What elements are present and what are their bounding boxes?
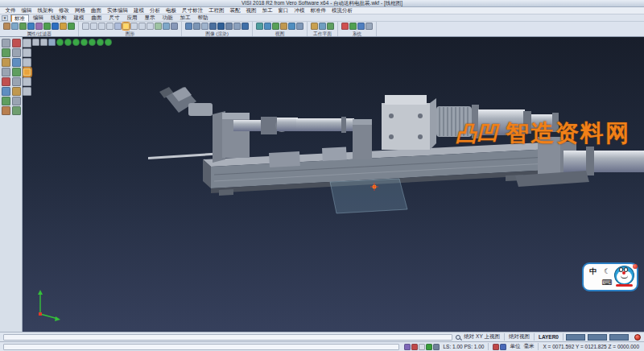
render-hidden-line-icon[interactable]: [201, 23, 208, 30]
menu-item-0[interactable]: 文件: [2, 7, 19, 14]
tool-icon-10[interactable]: [12, 77, 21, 86]
render-dynamic-icon[interactable]: [209, 23, 217, 30]
menu-item-18[interactable]: 模流分析: [329, 7, 356, 14]
tool-icon-7[interactable]: [2, 68, 10, 76]
tool-icon-1[interactable]: [2, 39, 10, 47]
tool-icon-6[interactable]: [12, 58, 21, 67]
layer-manager-icon[interactable]: [19, 23, 27, 30]
graphics-icon-7[interactable]: [130, 23, 138, 30]
ribbon-overflow-button[interactable]: ▾: [2, 15, 8, 21]
ribbon-tab-5[interactable]: 尺寸: [106, 14, 123, 22]
tool-icon-15[interactable]: [2, 106, 10, 115]
ribbon-tab-8[interactable]: 功能: [159, 14, 176, 22]
graphics-icon-12[interactable]: [171, 23, 178, 30]
menu-item-15[interactable]: 窗口: [275, 7, 291, 14]
attribute-painter-icon[interactable]: [11, 23, 19, 30]
graphics-icon-2[interactable]: [90, 23, 97, 30]
menu-item-4[interactable]: 网格: [72, 7, 89, 14]
color-palette-icon[interactable]: [341, 23, 349, 30]
tool-icon-11[interactable]: [2, 87, 10, 96]
graphics-icon-5[interactable]: [114, 23, 122, 30]
units-value[interactable]: 毫米: [522, 343, 535, 350]
render-light-icon[interactable]: [242, 23, 249, 30]
render-shaded-icon[interactable]: [185, 23, 192, 30]
view-ref-button[interactable]: 绝对视图: [507, 333, 531, 341]
magnet-snap-icon[interactable]: [60, 23, 67, 30]
status-ball[interactable]: [634, 334, 641, 341]
screen-icon[interactable]: [365, 23, 373, 30]
tool-icon-16[interactable]: [12, 106, 21, 115]
tool-icon-14[interactable]: [12, 97, 21, 105]
ribbon-tab-9[interactable]: 加工: [177, 14, 194, 22]
menu-item-12[interactable]: 装配: [227, 7, 243, 14]
menu-item-16[interactable]: 冲模: [291, 7, 308, 14]
workplane-create-icon[interactable]: [311, 23, 318, 30]
cad-model[interactable]: [23, 37, 644, 332]
moon-icon[interactable]: ☾: [604, 267, 610, 275]
tool-icon-9[interactable]: [2, 77, 10, 86]
view-mode-button[interactable]: 绝对 XY 上视图: [462, 333, 502, 341]
document-icon[interactable]: [419, 344, 425, 350]
tool-icon-3[interactable]: [2, 48, 10, 57]
zoom-fit-icon[interactable]: [256, 23, 263, 30]
grid-icon[interactable]: [357, 23, 365, 30]
color-filter-icon[interactable]: [35, 23, 43, 30]
graphics-icon-10[interactable]: [155, 23, 162, 30]
ribbon-tab-10[interactable]: 帮助: [195, 14, 212, 22]
menu-item-3[interactable]: 修改: [56, 7, 72, 14]
menu-item-2[interactable]: 线架构: [35, 7, 56, 14]
keyboard-icon[interactable]: ⌨: [602, 279, 613, 287]
ribbon-tab-0[interactable]: 标准: [10, 14, 29, 22]
menu-item-8[interactable]: 分析: [147, 7, 163, 14]
menu-item-14[interactable]: 加工: [259, 7, 275, 14]
render-material-icon[interactable]: [233, 23, 241, 30]
layer-filter-icon[interactable]: [43, 23, 51, 30]
grid-snap-icon[interactable]: [433, 344, 440, 350]
workplane-align-icon[interactable]: [319, 23, 326, 30]
command-input-field[interactable]: [3, 344, 399, 350]
prompt-field[interactable]: [3, 334, 452, 341]
render-wireframe-icon[interactable]: [193, 23, 200, 30]
menu-item-5[interactable]: 曲面: [89, 7, 105, 14]
menu-item-11[interactable]: 工程图: [206, 7, 228, 14]
ribbon-tab-7[interactable]: 显示: [142, 14, 159, 22]
graphics-icon-11[interactable]: [163, 23, 170, 30]
ribbon-tab-2[interactable]: 线架构: [47, 14, 70, 22]
visibility-filter-icon[interactable]: [68, 23, 75, 30]
menu-item-10[interactable]: 尺寸标注: [180, 7, 206, 14]
plugin-icon[interactable]: [404, 344, 411, 350]
pan-icon[interactable]: [272, 23, 279, 30]
tool-icon-5[interactable]: [2, 58, 10, 67]
ribbon-tab-4[interactable]: 曲面: [89, 14, 105, 22]
graphics-icon-8[interactable]: [138, 23, 146, 30]
selection-filter-icon[interactable]: [52, 23, 59, 30]
menu-item-17[interactable]: 标准件: [308, 7, 329, 14]
unit-b-icon[interactable]: [500, 344, 506, 350]
menu-item-13[interactable]: 视图: [243, 7, 259, 14]
layer-button[interactable]: LAYER0: [537, 334, 560, 340]
tool-icon-12[interactable]: [12, 87, 21, 96]
render-background-icon[interactable]: [225, 23, 233, 30]
graphics-icon-4[interactable]: [106, 23, 114, 30]
previous-view-icon[interactable]: [288, 23, 295, 30]
ribbon-tab-3[interactable]: 建模: [71, 14, 88, 22]
modify-attributes-icon[interactable]: [3, 23, 10, 30]
tool-icon-8[interactable]: [12, 68, 21, 76]
graphics-icon-9[interactable]: [147, 23, 154, 30]
menu-item-9[interactable]: 电极: [163, 7, 180, 14]
tool-icon-13[interactable]: [2, 97, 10, 105]
world-icon[interactable]: [349, 23, 357, 30]
graphics-icon-3[interactable]: [98, 23, 105, 30]
text-style-icon[interactable]: [411, 344, 418, 350]
render-section-icon[interactable]: [217, 23, 225, 30]
named-views-icon[interactable]: [296, 23, 303, 30]
ime-mode-button[interactable]: 中: [589, 267, 597, 275]
ime-toolbar[interactable]: 中 ☾ ⌨: [582, 262, 638, 291]
ribbon-tab-1[interactable]: 编辑: [30, 14, 47, 22]
menu-item-6[interactable]: 实体编辑: [105, 7, 131, 14]
workplane-reset-icon[interactable]: [327, 23, 334, 30]
menu-item-1[interactable]: 编辑: [19, 7, 35, 14]
element-filter-icon[interactable]: [27, 23, 35, 30]
graphics-icon-1[interactable]: [82, 23, 89, 30]
tool-icon-4[interactable]: [12, 48, 21, 57]
